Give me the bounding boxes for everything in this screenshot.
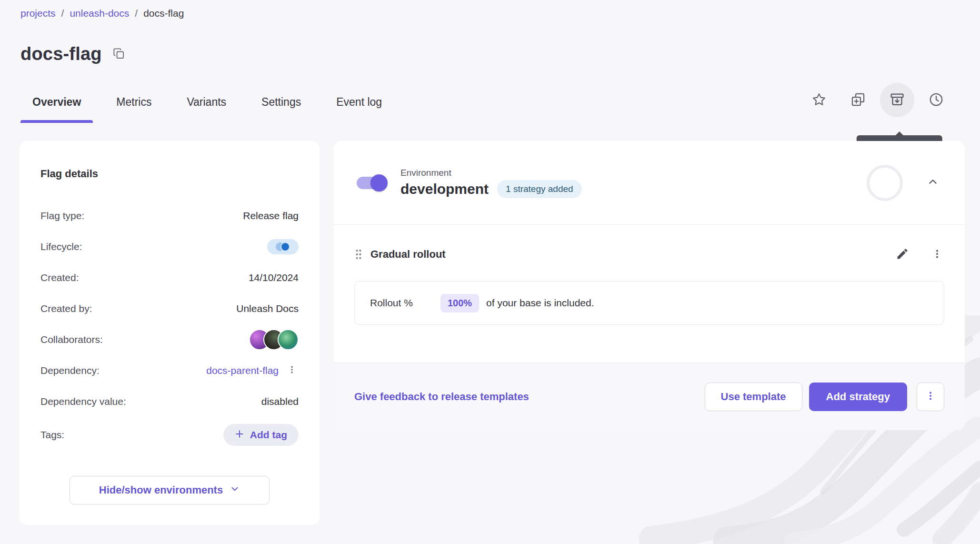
flag-type-row: Flag type: Release flag: [40, 200, 299, 231]
flag-details-card: Flag details Flag type: Release flag Lif…: [20, 141, 320, 525]
drag-handle[interactable]: [354, 248, 363, 261]
breadcrumb-separator: /: [61, 8, 64, 19]
flag-actions-toolbar: [802, 83, 953, 117]
copy-icon: [112, 47, 125, 61]
use-template-button[interactable]: Use template: [705, 383, 802, 411]
created-by-row: Created by: Unleash Docs: [40, 293, 299, 324]
flag-type-label: Flag type:: [40, 210, 84, 222]
dependency-row: Dependency: docs-parent-flag: [40, 355, 299, 386]
dependency-link[interactable]: docs-parent-flag: [206, 365, 279, 376]
lifecycle-stage-icon: [280, 242, 290, 252]
flag-details-title: Flag details: [40, 168, 299, 180]
environment-header: Environment development 1 strategy added: [334, 141, 965, 225]
tab-metrics[interactable]: Metrics: [104, 81, 163, 123]
kebab-icon: [932, 248, 942, 262]
tags-label: Tags:: [40, 429, 64, 441]
kebab-icon: [287, 364, 297, 377]
collaborators-row: Collaborators:: [40, 324, 299, 355]
created-row: Created: 14/10/2024: [40, 262, 299, 293]
tab-event-log[interactable]: Event log: [324, 81, 394, 123]
environment-card: Environment development 1 strategy added: [334, 141, 965, 430]
collapse-environment-button[interactable]: [924, 173, 942, 192]
created-label: Created:: [40, 272, 79, 283]
collaborator-avatars: [249, 329, 299, 350]
environment-footer: Give feedback to release templates Use t…: [334, 363, 965, 430]
favorite-button[interactable]: [802, 83, 836, 117]
dependency-label: Dependency:: [40, 365, 100, 376]
copy-name-button[interactable]: [112, 47, 125, 61]
edit-strategy-button[interactable]: [894, 245, 911, 264]
strategy-section: Gradual rollout Rollout % 100% of your b…: [334, 241, 965, 325]
collaborators-label: Collaborators:: [40, 334, 103, 345]
breadcrumb-link-project[interactable]: unleash-docs: [70, 8, 129, 19]
environment-name: development: [400, 181, 489, 197]
rollout-label: Rollout %: [370, 297, 413, 309]
chevron-up-icon: [927, 176, 939, 190]
environment-label: Environment: [400, 168, 582, 178]
toggle-thumb: [370, 174, 388, 191]
release-templates-feedback-link[interactable]: Give feedback to release templates: [354, 391, 529, 403]
breadcrumb-current: docs-flag: [143, 8, 184, 19]
hide-show-environments-button[interactable]: Hide/show environments: [70, 476, 270, 504]
breadcrumb-link-projects[interactable]: projects: [20, 8, 56, 19]
lifecycle-label: Lifecycle:: [40, 241, 82, 252]
created-by-value: Unleash Docs: [236, 303, 299, 314]
add-tag-label: Add tag: [250, 429, 287, 441]
strategy-title: Gradual rollout: [370, 248, 446, 261]
copy-add-icon: [850, 91, 866, 109]
chevron-down-icon: [230, 484, 240, 497]
created-by-label: Created by:: [40, 303, 92, 314]
avatar: [278, 329, 299, 350]
page-title: docs-flag: [20, 44, 102, 64]
archive-flag-button[interactable]: [880, 83, 914, 117]
dependency-value-row: Dependency value: disabled: [40, 386, 299, 417]
tab-overview[interactable]: Overview: [20, 81, 93, 123]
star-icon: [811, 91, 827, 109]
strategy-count-badge: 1 strategy added: [497, 180, 582, 198]
tags-row: Tags: Add tag: [40, 417, 299, 453]
flag-type-value: Release flag: [243, 210, 299, 222]
environment-menu-button[interactable]: [917, 383, 944, 411]
tab-variants[interactable]: Variants: [175, 81, 238, 123]
add-tag-button[interactable]: Add tag: [223, 424, 299, 446]
created-value: 14/10/2024: [249, 272, 299, 283]
lifecycle-stage-badge[interactable]: [267, 239, 299, 254]
lifecycle-row: Lifecycle:: [40, 231, 299, 262]
history-icon: [928, 91, 944, 109]
history-button[interactable]: [919, 83, 953, 117]
rollout-description: of your base is included.: [486, 297, 594, 309]
kebab-icon: [925, 390, 936, 403]
dependency-menu-button[interactable]: [285, 362, 299, 379]
rollout-percentage-badge: 100%: [440, 294, 479, 312]
strategy-menu-button[interactable]: [930, 246, 944, 263]
metrics-ring: [867, 165, 903, 201]
breadcrumb-separator: /: [135, 8, 138, 19]
add-strategy-button[interactable]: Add strategy: [809, 383, 907, 411]
clone-flag-button[interactable]: [841, 83, 875, 117]
archive-icon: [889, 91, 905, 109]
pencil-icon: [896, 247, 909, 262]
plus-icon: [235, 429, 244, 441]
breadcrumb: projects / unleash-docs / docs-flag: [20, 8, 184, 19]
rollout-summary: Rollout % 100% of your base is included.: [354, 281, 944, 325]
dependency-value-label: Dependency value:: [40, 396, 126, 407]
dependency-value-value: disabled: [261, 396, 299, 407]
environment-toggle[interactable]: [357, 176, 386, 190]
tab-settings[interactable]: Settings: [250, 81, 313, 123]
hide-show-environments-label: Hide/show environments: [99, 484, 223, 496]
